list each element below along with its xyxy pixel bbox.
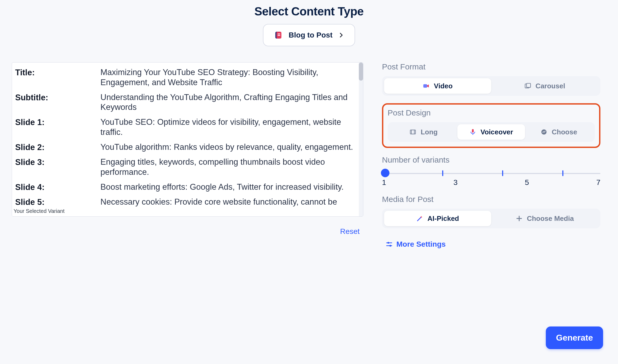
variant-key: Slide 1: (15, 116, 99, 127)
variant-value: YouTube SEO: Optimize videos for visibil… (100, 116, 360, 137)
svg-point-15 (388, 242, 389, 244)
document-icon (274, 31, 283, 40)
variant-key: Subtitle: (15, 91, 99, 102)
variant-row: Slide 1: YouTube SEO: Optimize videos fo… (15, 116, 360, 137)
slider-thumb[interactable] (381, 169, 389, 177)
svg-rect-3 (278, 35, 280, 36)
variant-key: Title: (15, 66, 99, 77)
post-design-voiceover-label: Voiceover (481, 128, 513, 136)
scrollbar-thumb[interactable] (359, 63, 363, 81)
variant-row: Slide 4: Boost marketing efforts: Google… (15, 181, 360, 192)
page-title: Select Content Type (0, 0, 618, 18)
variant-value: YouTube algorithm: Ranks videos by relev… (100, 141, 360, 152)
variant-value: Maximizing Your YouTube SEO Strategy: Bo… (100, 66, 360, 88)
variant-key: Slide 3: (15, 156, 99, 167)
media-ai-picked[interactable]: AI-Picked (384, 211, 491, 226)
slider-mark: 1 (382, 178, 386, 187)
post-format-title: Post Format (382, 62, 600, 71)
slider-tick (562, 170, 563, 176)
post-design-choose[interactable]: Choose (525, 124, 593, 140)
post-design-title: Post Design (388, 108, 595, 117)
post-format-segmented: Video Carousel (382, 76, 600, 96)
variant-row: Slide 3: Engaging titles, keywords, comp… (15, 156, 360, 177)
slider-tick (502, 170, 503, 176)
sliders-icon (386, 241, 393, 248)
media-choose[interactable]: Choose Media (491, 211, 598, 226)
svg-point-16 (389, 245, 391, 247)
media-title: Media for Post (382, 195, 600, 204)
variant-row: Subtitle: Understanding the YouTube Algo… (15, 91, 360, 113)
svg-rect-6 (527, 83, 531, 87)
generate-button[interactable]: Generate (546, 326, 603, 349)
post-design-long-label: Long (421, 128, 438, 136)
variant-row: Slide 2: YouTube algorithm: Ranks videos… (15, 141, 360, 152)
plus-icon (516, 215, 523, 222)
variant-row: Title: Maximizing Your YouTube SEO Strat… (15, 66, 360, 88)
content-type-label: Blog to Post (289, 31, 333, 39)
scrollbar[interactable] (359, 63, 363, 216)
post-format-carousel[interactable]: Carousel (491, 78, 598, 94)
selected-variant-card: Title: Maximizing Your YouTube SEO Strat… (12, 62, 363, 217)
svg-rect-10 (472, 129, 474, 133)
post-format-carousel-label: Carousel (535, 82, 565, 90)
more-settings-link[interactable]: More Settings (386, 240, 600, 249)
choose-icon (540, 129, 547, 135)
slider-mark: 3 (453, 178, 458, 187)
post-design-long[interactable]: Long (390, 124, 457, 140)
variant-value: Understanding the YouTube Algorithm, Cra… (100, 91, 360, 113)
variants-slider[interactable] (382, 169, 600, 177)
post-format-video-label: Video (434, 82, 453, 90)
media-segmented: AI-Picked Choose Media (382, 209, 600, 228)
slider-tick (442, 170, 443, 176)
media-choose-label: Choose Media (527, 214, 574, 223)
variant-key: Slide 5: (15, 196, 99, 207)
variant-value: Boost marketing efforts: Google Ads, Twi… (100, 181, 360, 192)
variant-value: Engaging titles, keywords, compelling th… (100, 156, 360, 177)
slider-mark: 7 (596, 178, 600, 187)
chevron-right-icon (338, 32, 344, 38)
variants-title: Number of variants (382, 155, 600, 164)
variant-key: Slide 2: (15, 141, 99, 152)
video-icon (423, 82, 430, 89)
magic-wand-icon (416, 215, 423, 222)
variant-footer-label: Your Selected Variant (12, 206, 359, 216)
svg-rect-7 (410, 130, 416, 134)
slider-labels: 1 3 5 7 (382, 178, 600, 187)
slider-track (382, 173, 600, 174)
slider-mark: 5 (525, 178, 529, 187)
post-design-segmented: Long Voiceover (388, 122, 595, 142)
post-design-choose-label: Choose (552, 128, 577, 136)
more-settings-label: More Settings (396, 240, 446, 249)
content-type-selector[interactable]: Blog to Post (263, 24, 355, 46)
reset-link[interactable]: Reset (12, 227, 363, 236)
post-format-video[interactable]: Video (384, 78, 491, 94)
post-design-highlight: Post Design Long (382, 103, 600, 148)
variant-key: Slide 4: (15, 181, 99, 192)
post-design-voiceover[interactable]: Voiceover (457, 124, 525, 140)
carousel-icon (524, 82, 531, 89)
media-ai-picked-label: AI-Picked (428, 214, 459, 223)
mic-icon (469, 129, 476, 135)
svg-rect-2 (278, 34, 280, 34)
film-icon (409, 129, 416, 135)
svg-rect-4 (423, 84, 427, 88)
